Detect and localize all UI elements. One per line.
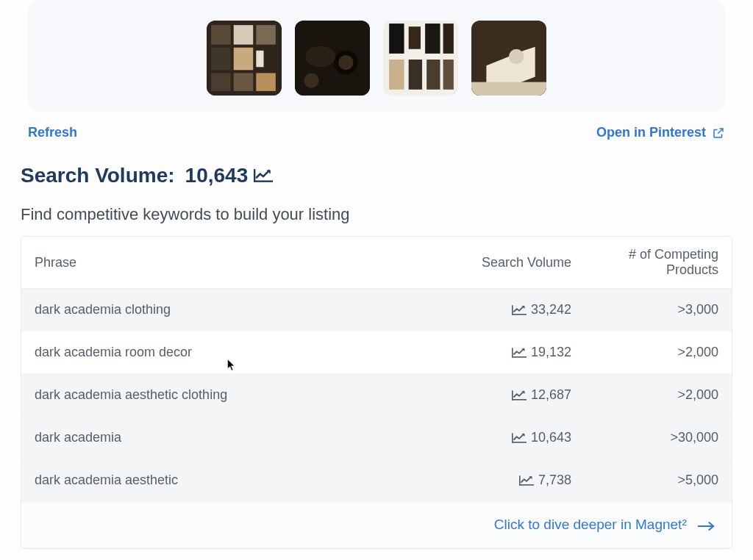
trend-icon <box>519 475 534 487</box>
volume-cell: 33,242 <box>408 289 585 331</box>
search-volume-value: 10,643 <box>185 164 249 187</box>
phrase-cell: dark academia <box>21 417 408 459</box>
phrase-cell: dark academia aesthetic clothing <box>21 374 408 417</box>
clothes-grid-icon <box>207 21 282 96</box>
cta-row[interactable]: Click to dive deeper in Magnet² <box>21 502 732 548</box>
volume-val: 10,643 <box>531 430 571 445</box>
svg-rect-2 <box>234 25 254 45</box>
table-header-row: Phrase Search Volume # of Competing Prod… <box>21 237 732 289</box>
table-row[interactable]: dark academia room decor 19,132 >2,000 <box>21 331 732 374</box>
table-row[interactable]: dark academia aesthetic clothing 12,687 … <box>21 374 732 417</box>
svg-rect-34 <box>512 391 513 401</box>
col-header-volume: Search Volume <box>408 237 585 289</box>
svg-rect-26 <box>471 82 546 96</box>
search-volume-heading: Search Volume: 10,643 <box>0 148 753 187</box>
svg-rect-31 <box>512 356 527 358</box>
svg-rect-37 <box>519 484 534 486</box>
phrase-cell: dark academia clothing <box>21 289 408 331</box>
svg-rect-9 <box>256 73 276 90</box>
volume-val: 7,738 <box>538 473 571 487</box>
svg-rect-20 <box>389 60 404 90</box>
thumbnail-4[interactable] <box>471 21 546 96</box>
thumbnail-2[interactable] <box>295 21 370 96</box>
table-row[interactable]: dark academia 10,643 >30,000 <box>21 417 732 459</box>
svg-rect-16 <box>389 24 404 54</box>
svg-rect-7 <box>211 73 231 90</box>
thumbnail-strip <box>28 0 725 112</box>
svg-rect-22 <box>427 60 440 90</box>
svg-rect-19 <box>443 24 454 54</box>
trend-icon <box>512 390 527 401</box>
volume-cell: 7,738 <box>408 459 585 502</box>
svg-rect-33 <box>512 399 527 401</box>
svg-point-12 <box>338 55 353 70</box>
svg-rect-32 <box>512 348 513 358</box>
table-row[interactable]: dark academia clothing 33,242 >3,000 <box>21 289 732 331</box>
competing-cell: >30,000 <box>585 417 732 459</box>
svg-rect-8 <box>234 73 254 90</box>
sweater-fashion-icon <box>471 21 546 96</box>
svg-point-14 <box>304 73 318 87</box>
volume-val: 12,687 <box>531 387 571 402</box>
volume-cell: 10,643 <box>408 417 585 459</box>
link-row: Refresh Open in Pinterest <box>0 112 753 148</box>
phrase-cell: dark academia aesthetic <box>21 459 408 502</box>
col-header-competing: # of Competing Products <box>585 237 732 289</box>
trend-icon <box>512 347 527 359</box>
thumbnail-3[interactable] <box>383 21 458 96</box>
volume-val: 19,132 <box>531 345 571 359</box>
volume-cell: 19,132 <box>408 331 585 374</box>
svg-rect-1 <box>211 25 231 45</box>
svg-rect-28 <box>254 169 255 182</box>
competing-cell: >5,000 <box>585 459 732 502</box>
svg-rect-29 <box>512 314 527 315</box>
svg-rect-36 <box>512 434 513 443</box>
refresh-label: Refresh <box>28 125 77 140</box>
outfits-grid-icon <box>383 21 458 96</box>
trend-icon <box>512 432 527 444</box>
thumbnail-1[interactable] <box>207 21 282 96</box>
svg-rect-17 <box>409 26 421 49</box>
svg-rect-21 <box>409 60 422 90</box>
keywords-table: Phrase Search Volume # of Competing Prod… <box>21 236 732 549</box>
refresh-link[interactable]: Refresh <box>28 125 77 140</box>
open-pinterest-link[interactable]: Open in Pinterest <box>596 125 725 140</box>
trend-icon <box>254 168 273 184</box>
search-volume-label: Search Volume: <box>21 164 175 187</box>
table-row[interactable]: dark academia aesthetic 7,738 >5,000 <box>21 459 732 502</box>
svg-rect-23 <box>443 60 454 90</box>
cta-label: Click to dive deeper in Magnet² <box>494 517 687 532</box>
svg-rect-30 <box>512 306 513 315</box>
svg-point-25 <box>509 49 524 64</box>
volume-cell: 12,687 <box>408 374 585 417</box>
competing-cell: >3,000 <box>585 289 732 331</box>
subheading: Find competitive keywords to build your … <box>0 187 753 236</box>
competing-cell: >2,000 <box>585 374 732 417</box>
trend-icon <box>512 304 527 316</box>
col-header-phrase: Phrase <box>21 237 408 289</box>
external-link-icon <box>712 126 725 140</box>
svg-rect-3 <box>256 25 276 45</box>
svg-rect-18 <box>425 24 440 54</box>
svg-rect-27 <box>254 181 273 182</box>
open-pinterest-label: Open in Pinterest <box>596 125 706 140</box>
svg-rect-5 <box>234 48 254 71</box>
svg-rect-6 <box>256 51 263 67</box>
svg-rect-4 <box>211 48 231 71</box>
arrow-right-icon <box>696 520 715 531</box>
volume-val: 33,242 <box>531 302 571 317</box>
svg-rect-35 <box>512 442 527 443</box>
phrase-cell: dark academia room decor <box>21 331 408 374</box>
coffee-moody-icon <box>295 21 370 96</box>
competing-cell: >2,000 <box>585 331 732 374</box>
svg-rect-38 <box>519 476 521 486</box>
svg-point-13 <box>305 46 335 68</box>
